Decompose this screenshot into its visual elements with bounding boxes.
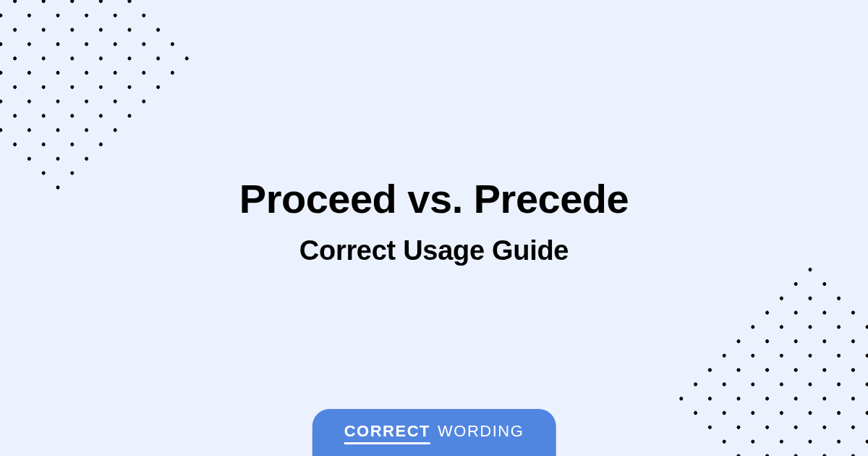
decorative-dots-top-left (0, 0, 201, 201)
page-title: Proceed vs. Precede (0, 175, 868, 222)
brand-name-right: WORDING (438, 422, 524, 441)
page-subtitle: Correct Usage Guide (0, 235, 868, 266)
brand-badge: CORRECT WORDING (312, 409, 556, 456)
brand-name-left: CORRECT (344, 422, 430, 444)
main-content: Proceed vs. Precede Correct Usage Guide (0, 175, 868, 266)
decorative-dots-bottom-right (667, 255, 868, 456)
